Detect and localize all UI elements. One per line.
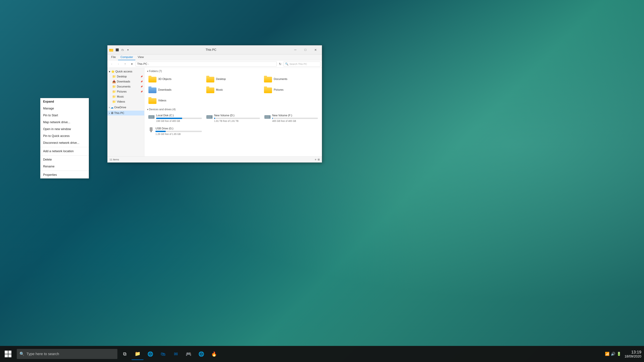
ctx-pin-quick-access[interactable]: Pin to Quick access	[40, 133, 89, 139]
tab-view[interactable]: View	[135, 54, 146, 60]
tray-clock[interactable]: 13:19 18/09/2020	[624, 350, 641, 358]
address-path[interactable]: This PC ›	[136, 61, 276, 66]
taskbar-store[interactable]: 🛍	[157, 348, 169, 360]
tab-file[interactable]: File	[109, 54, 118, 60]
tab-computer[interactable]: Computer	[118, 54, 135, 60]
drive-d-icon	[206, 114, 212, 121]
taskbar-app7[interactable]: 🔥	[208, 348, 220, 360]
ctx-add-network[interactable]: Add a network location	[40, 148, 89, 155]
minimize-button[interactable]: ─	[290, 45, 300, 54]
drives-section-label: Devices and drives (4)	[149, 108, 176, 111]
folder-music-label: Music	[216, 88, 223, 91]
taskbar-browser2[interactable]: 🌐	[195, 348, 207, 360]
drive-c-bar-bg	[156, 118, 202, 119]
folder-item-downloads[interactable]: Downloads	[147, 85, 204, 94]
downloads-folder-icon-large	[148, 86, 156, 93]
refresh-button[interactable]: ↻	[278, 61, 282, 66]
ctx-rename[interactable]: Rename	[40, 163, 89, 170]
ctx-delete[interactable]: Delete	[40, 156, 89, 163]
pin-icon: 📌	[140, 75, 143, 78]
qa-properties-btn[interactable]: ⬛	[115, 48, 120, 52]
ctx-rename-label: Rename	[43, 165, 54, 168]
folder-item-pictures[interactable]: Pictures	[263, 85, 319, 94]
search-placeholder: Search This PC	[290, 62, 307, 65]
sidebar-item-pictures-label: Pictures	[117, 90, 126, 93]
close-button[interactable]: ✕	[310, 45, 320, 54]
3dobjects-folder-icon	[148, 76, 156, 82]
recent-locations-button[interactable]: ▾	[129, 61, 135, 67]
view-details-icon[interactable]: ≡	[315, 158, 316, 161]
ctx-disconnect-network-label: Disconnect network drive...	[43, 141, 79, 145]
drives-toggle[interactable]: ▾	[147, 108, 148, 111]
tray-volume-icon: 🔊	[611, 352, 615, 356]
ctx-pin-start[interactable]: Pin to Start	[40, 112, 89, 119]
taskbar-mail[interactable]: ✉	[170, 348, 182, 360]
search-bar[interactable]: 🔍 Search This PC	[284, 61, 320, 66]
sidebar-item-videos[interactable]: 📁 Videos	[108, 99, 144, 104]
quick-access-toggle: ▾	[109, 70, 110, 73]
window-controls: ─ □ ✕	[290, 45, 320, 54]
drive-item-d[interactable]: New Volume (D:) 1.81 TB free of 1.81 TB	[205, 113, 261, 124]
folder-item-documents[interactable]: Documents	[263, 74, 319, 84]
ctx-properties[interactable]: Properties	[40, 171, 89, 178]
onedrive-section: › ☁ OneDrive	[108, 105, 144, 110]
ctx-map-network[interactable]: Map network drive...	[40, 119, 89, 126]
ctx-pin-quick-access-label: Pin to Quick access	[43, 134, 70, 138]
sidebar-item-videos-label: Videos	[117, 100, 125, 103]
folders-toggle[interactable]: ▾	[147, 70, 148, 72]
desktop-folder-icon-large	[206, 76, 214, 82]
qa-new-folder-btn[interactable]: 🗀	[120, 48, 125, 52]
drive-c-name: Local Disk (C:)	[156, 114, 202, 117]
ctx-manage[interactable]: Manage	[40, 105, 89, 112]
qa-dropdown-btn[interactable]: ▾	[126, 48, 130, 52]
taskbar-xbox[interactable]: 🎮	[182, 348, 194, 360]
drive-f-bar-bg	[272, 118, 318, 119]
address-text: This PC	[137, 62, 147, 66]
drive-item-c[interactable]: Local Disk (C:) 198 GB free of 465 GB	[147, 113, 203, 124]
drive-f-name: New Volume (F:)	[272, 114, 318, 117]
up-button[interactable]: ↑	[122, 61, 128, 67]
taskbar-taskview[interactable]: ⧉	[119, 348, 131, 360]
folders-section-header: ▾ Folders (7)	[147, 70, 319, 73]
folder-item-desktop[interactable]: Desktop	[205, 74, 262, 84]
ctx-manage-label: Manage	[43, 107, 54, 110]
tray-network-icon: 📶	[605, 352, 610, 356]
drive-item-f[interactable]: New Volume (F:) 465 GB free of 465 GB	[263, 113, 319, 124]
quick-access-header[interactable]: ▾ ⭐ Quick access	[108, 69, 144, 74]
taskbar-edge[interactable]: 🌐	[144, 348, 156, 360]
music-folder-icon-large	[206, 86, 214, 93]
taskbar-search[interactable]: 🔍 Type here to search	[17, 349, 118, 359]
drive-g-bar-bg	[156, 131, 202, 132]
taskbar-explorer[interactable]: 📁	[132, 348, 144, 360]
back-button[interactable]: ‹	[109, 61, 114, 67]
ctx-expand-label: Expand	[43, 100, 54, 103]
folder-item-music[interactable]: Music	[205, 85, 262, 94]
taskbar-search-placeholder: Type here to search	[26, 352, 59, 356]
documents-folder-icon: 📁	[112, 85, 116, 88]
sidebar-item-pictures[interactable]: 📁 Pictures 📌	[108, 89, 144, 94]
folder-documents-label: Documents	[274, 78, 287, 81]
drive-item-g[interactable]: USB Drive (G:) 1.28 GB free of 1.65 GB	[147, 126, 203, 137]
thispc-section: › 🖥 This PC	[108, 111, 144, 115]
thispc-header[interactable]: › 🖥 This PC	[108, 111, 144, 115]
view-tiles-icon[interactable]: ⊞	[318, 158, 320, 161]
folder-item-videos[interactable]: Videos	[147, 96, 204, 105]
folder-item-3dobjects[interactable]: 3D Objects	[147, 74, 204, 84]
ctx-map-network-label: Map network drive...	[43, 120, 70, 124]
onedrive-header[interactable]: › ☁ OneDrive	[108, 105, 144, 110]
ctx-disconnect-network[interactable]: Disconnect network drive...	[40, 139, 89, 146]
explorer-window: ⬛ 🗀 ▾ This PC ─ □ ✕ File Computer View ‹…	[107, 45, 322, 163]
forward-button[interactable]: ›	[116, 61, 121, 67]
ctx-open-new-window[interactable]: Open in new window	[40, 126, 89, 133]
ctx-separator-2	[40, 155, 89, 156]
maximize-button[interactable]: □	[300, 45, 310, 54]
sidebar-item-downloads[interactable]: 📥 Downloads 📌	[108, 79, 144, 84]
ctx-expand[interactable]: Expand	[40, 98, 89, 105]
folders-grid: 3D Objects Desktop Documents	[147, 74, 319, 105]
window-title: This PC	[132, 48, 290, 52]
sidebar-item-desktop[interactable]: 📁 Desktop 📌	[108, 74, 144, 79]
start-button[interactable]	[0, 346, 16, 362]
drive-d-name: New Volume (D:)	[214, 114, 260, 117]
sidebar-item-documents[interactable]: 📁 Documents 📌	[108, 84, 144, 89]
sidebar-item-music[interactable]: 📁 Music	[108, 94, 144, 99]
